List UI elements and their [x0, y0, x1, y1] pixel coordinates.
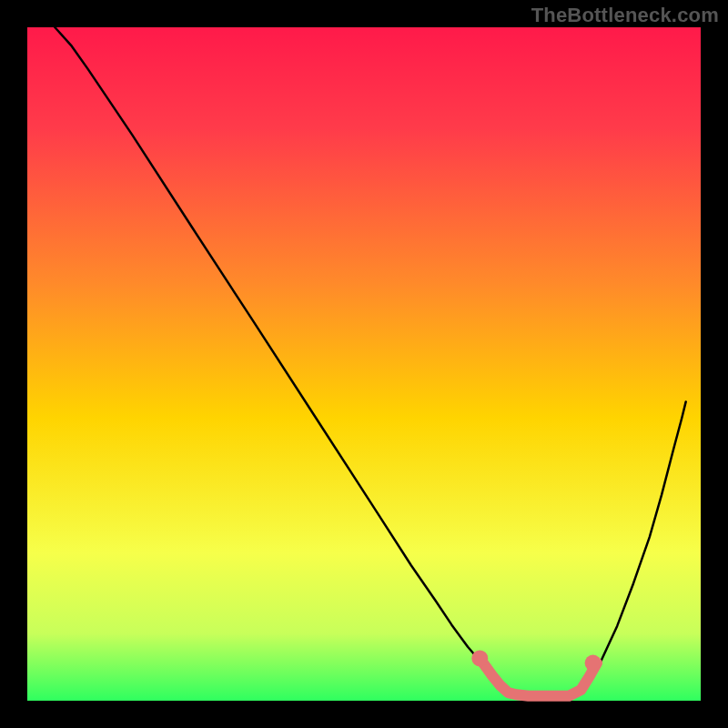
- optimal-zone-dot-right: [585, 655, 602, 672]
- optimal-zone-dot-left: [471, 650, 488, 666]
- watermark-text: TheBottleneck.com: [531, 4, 719, 27]
- chart-svg: [0, 0, 728, 728]
- chart-stage: TheBottleneck.com: [0, 0, 728, 728]
